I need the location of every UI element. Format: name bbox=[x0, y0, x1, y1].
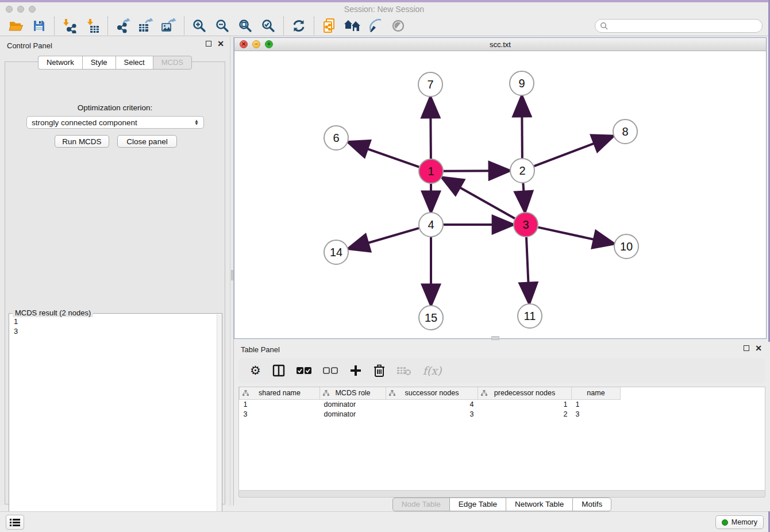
show-columns-icon[interactable] bbox=[272, 362, 285, 379]
horizontal-splitter-handle[interactable] bbox=[491, 336, 499, 340]
tab-motifs[interactable]: Motifs bbox=[572, 498, 611, 511]
tab-network[interactable]: Network bbox=[38, 56, 82, 70]
style-brush-icon bbox=[368, 18, 383, 33]
splitter-handle[interactable] bbox=[231, 270, 233, 280]
column-header-shared-name[interactable]: shared name bbox=[240, 387, 320, 399]
unselect-all-columns-icon[interactable] bbox=[323, 362, 338, 379]
task-list-icon bbox=[10, 518, 20, 526]
duplicate-network-icon bbox=[322, 18, 337, 34]
tab-node-table[interactable]: Node Table bbox=[392, 498, 449, 511]
tab-network-table[interactable]: Network Table bbox=[506, 498, 572, 511]
toolbar-separator bbox=[107, 17, 108, 35]
edge-3-11[interactable] bbox=[526, 237, 529, 300]
float-table-panel-icon[interactable] bbox=[744, 345, 749, 351]
save-session-button[interactable] bbox=[28, 17, 51, 34]
tab-select[interactable]: Select bbox=[116, 56, 153, 70]
edge-2-3[interactable] bbox=[523, 183, 525, 209]
refresh-icon bbox=[291, 18, 306, 33]
edge-2-9[interactable] bbox=[522, 99, 522, 158]
export-network-button[interactable] bbox=[111, 17, 134, 34]
edge-4-14[interactable] bbox=[351, 228, 419, 248]
task-history-button[interactable] bbox=[6, 515, 24, 530]
float-panel-icon[interactable] bbox=[206, 41, 211, 47]
import-table-button[interactable] bbox=[81, 17, 104, 34]
titlebar: Session: New Session bbox=[0, 2, 768, 16]
duplicate-network-button[interactable] bbox=[318, 17, 341, 34]
statusbar: Memory bbox=[0, 511, 768, 532]
node-label-11: 11 bbox=[524, 310, 536, 322]
node-label-1: 1 bbox=[428, 165, 434, 178]
table-tabs: Node Table Edge Table Network Table Moti… bbox=[234, 498, 770, 511]
node-label-14: 14 bbox=[330, 246, 342, 259]
toolbar-separator bbox=[54, 17, 55, 35]
delete-column-trash-icon[interactable] bbox=[374, 362, 385, 379]
first-neighbors-button[interactable] bbox=[341, 17, 364, 34]
close-table-panel-icon[interactable]: ✕ bbox=[755, 345, 762, 351]
column-header-mcds-role[interactable]: MCDS role bbox=[320, 387, 386, 399]
open-session-button[interactable] bbox=[5, 17, 28, 34]
result-scrollbar[interactable] bbox=[217, 314, 222, 525]
node-label-10: 10 bbox=[620, 240, 633, 253]
show-hide-button[interactable] bbox=[387, 17, 410, 34]
result-item[interactable]: 1 bbox=[14, 317, 217, 326]
column-header-name[interactable]: name bbox=[572, 387, 621, 399]
vertical-splitter[interactable] bbox=[230, 37, 234, 506]
zoom-fit-button[interactable] bbox=[234, 17, 257, 34]
toolbar-separator bbox=[314, 17, 314, 35]
edge-2-8[interactable] bbox=[534, 137, 611, 167]
mcds-result-title: MCDS result (2 nodes) bbox=[13, 309, 93, 317]
column-header-predecessor-nodes[interactable]: predecessor nodes bbox=[478, 387, 572, 399]
edge-1-7[interactable] bbox=[430, 100, 431, 159]
zoom-selected-icon bbox=[261, 18, 276, 33]
network-graph-canvas[interactable]: 7968124314101511 bbox=[234, 51, 766, 338]
memory-button[interactable]: Memory bbox=[715, 515, 764, 529]
table-toolbar: ⚙ f(x) bbox=[238, 358, 765, 383]
table-panel: Table Panel ✕ ⚙ f(x) bbox=[234, 342, 770, 511]
table-horizontal-scrollbar[interactable] bbox=[238, 490, 765, 498]
dropdown-arrows-icon: ▲▼ bbox=[194, 119, 199, 125]
edge-1-6[interactable] bbox=[351, 143, 419, 167]
close-panel-icon[interactable]: ✕ bbox=[217, 41, 224, 47]
node-label-3: 3 bbox=[522, 218, 529, 231]
run-mcds-button[interactable]: Run MCDS bbox=[55, 135, 109, 148]
tab-edge-table[interactable]: Edge Table bbox=[449, 498, 506, 511]
export-image-button[interactable] bbox=[157, 17, 180, 34]
select-all-columns-icon[interactable] bbox=[297, 362, 311, 379]
toolbar-separator bbox=[283, 17, 284, 35]
table-row[interactable]: 3 dominator 3 2 3 bbox=[240, 409, 621, 419]
zoom-in-icon bbox=[192, 18, 207, 33]
search-input[interactable] bbox=[611, 22, 762, 30]
table-panel-title: Table Panel bbox=[241, 345, 280, 354]
column-header-successor-nodes[interactable]: successor nodes bbox=[386, 387, 478, 399]
export-table-button[interactable] bbox=[134, 17, 157, 34]
network-view-window: ✕ − + scc.txt 7968124314101511 bbox=[234, 37, 767, 339]
tab-mcds[interactable]: MCDS bbox=[153, 56, 192, 70]
refresh-layout-button[interactable] bbox=[287, 17, 310, 34]
close-panel-button[interactable]: Close panel bbox=[117, 135, 177, 148]
node-label-15: 15 bbox=[425, 311, 437, 324]
search-icon bbox=[600, 22, 608, 30]
search-field[interactable] bbox=[595, 19, 763, 33]
zoom-out-button[interactable] bbox=[211, 17, 234, 34]
control-panel: Control Panel ✕ Network Style Select MCD… bbox=[0, 37, 230, 506]
tab-style[interactable]: Style bbox=[82, 56, 116, 70]
zoom-in-button[interactable] bbox=[188, 17, 211, 34]
table-settings-gear-icon[interactable]: ⚙ bbox=[250, 362, 261, 379]
create-column-plus-icon[interactable] bbox=[349, 362, 362, 379]
toolbar-separator bbox=[184, 17, 184, 35]
hierarchy-icon bbox=[242, 390, 249, 396]
import-network-button[interactable] bbox=[58, 17, 81, 34]
edge-3-1[interactable] bbox=[445, 179, 515, 218]
node-label-7: 7 bbox=[427, 78, 433, 91]
node-label-6: 6 bbox=[333, 132, 339, 144]
edge-3-10[interactable] bbox=[538, 228, 611, 244]
eye-icon bbox=[391, 18, 406, 33]
export-network-icon bbox=[116, 18, 130, 33]
result-item[interactable]: 3 bbox=[14, 326, 217, 336]
criterion-dropdown[interactable]: strongly connected component ▲▼ bbox=[26, 116, 204, 129]
apply-style-button[interactable] bbox=[364, 17, 387, 34]
table-row[interactable]: 1 dominator 4 1 1 bbox=[240, 399, 621, 409]
network-window-titlebar[interactable]: ✕ − + scc.txt bbox=[234, 38, 766, 51]
edge-1-2[interactable] bbox=[444, 171, 507, 171]
zoom-selected-button[interactable] bbox=[257, 17, 280, 34]
